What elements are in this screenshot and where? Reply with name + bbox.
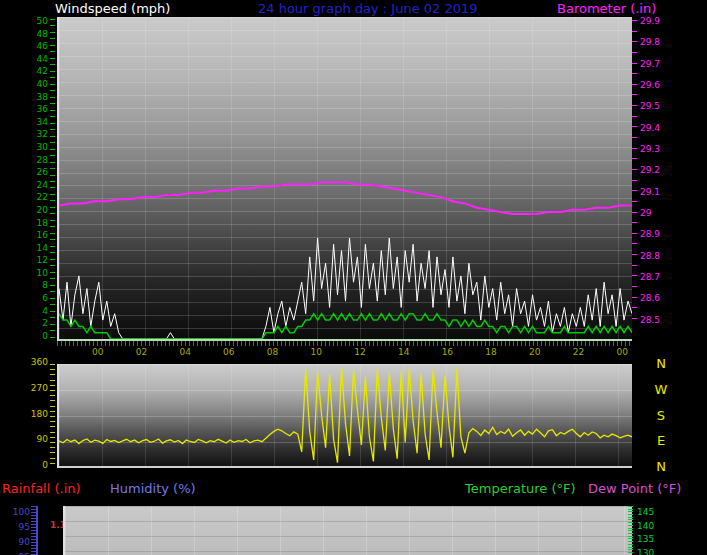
barometer-y-axis-labels: 29.929.829.729.629.529.429.329.229.12928…: [640, 17, 670, 325]
temperature-y-axis-labels: 145140135130: [637, 506, 663, 555]
tick-label: 85: [6, 550, 30, 555]
wind-direction-trace: [59, 364, 632, 466]
tick-label: 29.3: [640, 145, 660, 154]
tick-label: 28.7: [640, 273, 660, 282]
tick-label: 32: [37, 130, 48, 139]
rainfall-label: Rainfall (.in): [2, 481, 81, 496]
tick-label: 02: [136, 348, 147, 359]
windspeed-header-label: Windspeed (mph): [55, 1, 170, 16]
trace-windspeed-gust-mph-: [59, 238, 632, 339]
temperature-label: Temperature (°F): [465, 481, 576, 496]
direction-y-axis-ticks: [50, 364, 55, 468]
tick-label: 12: [354, 348, 365, 359]
tick-label: 14: [398, 348, 409, 359]
tick-label: 130: [637, 547, 663, 555]
windspeed-barometer-plot: [57, 17, 632, 341]
tick-label: W: [655, 383, 668, 396]
wind-direction-plot: [57, 364, 632, 468]
tick-label: 00: [92, 348, 103, 359]
tick-label: 8: [42, 281, 48, 290]
tick-label: 4: [42, 307, 48, 316]
time-axis-ticks: [57, 341, 632, 346]
tick-label: 28.8: [640, 252, 660, 261]
trace-barometer-in-: [59, 182, 632, 214]
tick-label: 28.6: [640, 294, 660, 303]
tick-label: 48: [37, 30, 48, 39]
tick-label: 29.7: [640, 60, 660, 69]
tick-label: 50: [37, 17, 48, 26]
tick-label: E: [657, 434, 665, 447]
tick-label: 14: [37, 244, 48, 253]
tick-label: 44: [37, 55, 48, 64]
tick-label: 95: [6, 520, 30, 535]
tick-label: 26: [37, 168, 48, 177]
tick-label: 40: [37, 80, 48, 89]
tick-label: 46: [37, 42, 48, 51]
tick-label: 38: [37, 93, 48, 102]
tick-label: N: [656, 357, 666, 370]
tick-label: 29.6: [640, 81, 660, 90]
tick-label: 29.8: [640, 38, 660, 47]
humidity-label: Humidity (%): [110, 481, 196, 496]
tick-label: 42: [37, 67, 48, 76]
tick-label: 12: [37, 256, 48, 265]
temperature-y-axis-ticks: [628, 506, 633, 555]
tick-label: 30: [37, 143, 48, 152]
tick-label: 24: [37, 181, 48, 190]
windspeed-barometer-traces: [59, 17, 632, 339]
tick-label: 00: [616, 348, 627, 359]
barometer-header-label: Barometer (.in): [557, 1, 656, 16]
direction-y-axis-labels: 360270180900: [18, 358, 48, 470]
tick-label: 145: [637, 506, 663, 520]
tick-label: 29.5: [640, 102, 660, 111]
tick-label: 20: [37, 206, 48, 215]
tick-label: 20: [529, 348, 540, 359]
tick-label: 36: [37, 105, 48, 114]
tick-label: 22: [37, 193, 48, 202]
tick-label: 08: [267, 348, 278, 359]
tick-label: 29.9: [640, 17, 660, 26]
tick-label: 28: [37, 156, 48, 165]
tick-label: S: [657, 409, 665, 422]
tick-label: 6: [42, 294, 48, 303]
compass-letters: NWSEN: [650, 357, 672, 473]
tick-label: N: [656, 460, 666, 473]
tick-label: 18: [485, 348, 496, 359]
graph-title: 24 hour graph day : June 02 2019: [258, 1, 478, 16]
tick-label: 10: [311, 348, 322, 359]
tick-label: 0: [42, 461, 48, 470]
humidity-y-axis-labels: 100959085: [6, 505, 30, 555]
dewpoint-label: Dew Point (°F): [588, 481, 681, 496]
tick-label: 28.9: [640, 230, 660, 239]
tick-label: 29.1: [640, 188, 660, 197]
tick-label: 360: [31, 358, 48, 367]
tick-label: 0: [42, 332, 48, 341]
humidity-temperature-plot: [63, 506, 632, 555]
tick-label: 10: [37, 269, 48, 278]
tick-label: 16: [442, 348, 453, 359]
tick-label: 180: [31, 410, 48, 419]
trace-wind-direction-degrees-: [59, 367, 632, 462]
tick-label: 140: [637, 520, 663, 534]
tick-label: 16: [37, 231, 48, 240]
tick-label: 270: [31, 384, 48, 393]
barometer-y-axis-ticks: [632, 20, 637, 320]
windspeed-y-axis-ticks: [50, 19, 55, 341]
tick-label: 2: [42, 319, 48, 328]
tick-label: 06: [223, 348, 234, 359]
tick-label: 04: [179, 348, 190, 359]
tick-label: 18: [37, 219, 48, 228]
tick-label: 90: [6, 535, 30, 550]
tick-label: 29: [640, 209, 651, 218]
windspeed-y-axis-labels: 5048464442403836343230282624222018161412…: [14, 17, 48, 341]
tick-label: 90: [37, 435, 48, 444]
humidity-y-axis-line: [36, 506, 38, 555]
time-axis-labels: 00020406081012141618202200: [92, 348, 628, 359]
tick-label: 29.4: [640, 124, 660, 133]
tick-label: 28.5: [640, 316, 660, 325]
tick-label: 100: [6, 505, 30, 520]
tick-label: 135: [637, 533, 663, 547]
tick-label: 34: [37, 118, 48, 127]
tick-label: 29.2: [640, 166, 660, 175]
weather-graph-page: { "header": { "windspeed_label": "Windsp…: [0, 0, 707, 555]
